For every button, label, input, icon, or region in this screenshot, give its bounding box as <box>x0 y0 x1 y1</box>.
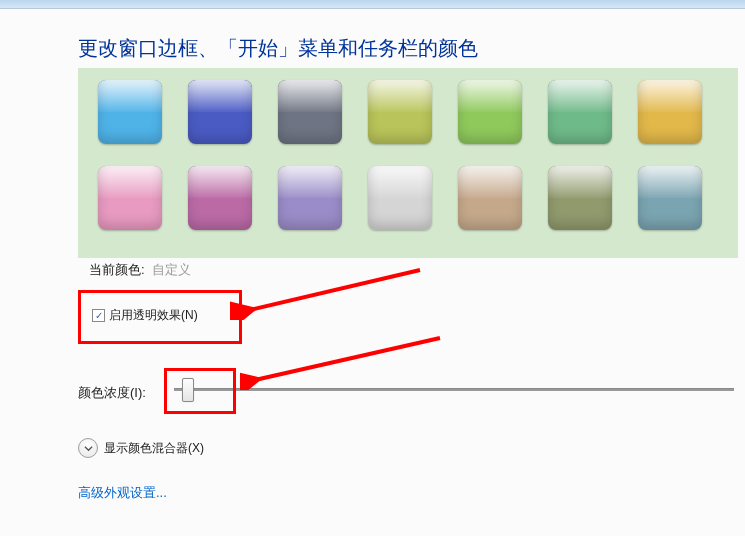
intensity-slider-track[interactable] <box>174 388 734 391</box>
palette-row-1 <box>98 80 738 144</box>
current-color-line: 当前颜色: 自定义 <box>89 261 191 279</box>
annotation-arrow-1 <box>230 260 430 320</box>
color-swatch[interactable] <box>458 80 522 144</box>
color-swatch[interactable] <box>638 166 702 230</box>
color-swatch[interactable] <box>98 80 162 144</box>
color-swatch[interactable] <box>278 80 342 144</box>
show-color-mixer-expander[interactable]: 显示颜色混合器(X) <box>78 438 204 458</box>
color-swatch[interactable] <box>188 80 252 144</box>
intensity-slider-thumb[interactable] <box>182 378 194 402</box>
color-intensity-label: 颜色浓度(I): <box>78 384 146 402</box>
color-swatch[interactable] <box>548 80 612 144</box>
annotation-box-transparency: ✓ 启用透明效果(N) <box>78 290 242 344</box>
chevron-down-icon <box>78 438 98 458</box>
advanced-appearance-link[interactable]: 高级外观设置... <box>78 484 167 502</box>
page-title: 更改窗口边框、「开始」菜单和任务栏的颜色 <box>78 35 478 62</box>
color-palette-panel <box>78 68 738 258</box>
svg-line-0 <box>250 270 420 310</box>
svg-line-1 <box>255 338 440 380</box>
window-top-strip <box>0 0 745 9</box>
annotation-box-slider <box>164 368 236 414</box>
current-color-label: 当前颜色: <box>89 262 145 277</box>
color-swatch[interactable] <box>278 166 342 230</box>
color-swatch[interactable] <box>98 166 162 230</box>
annotation-arrow-2 <box>240 330 450 390</box>
color-swatch[interactable] <box>368 80 432 144</box>
transparency-checkbox[interactable]: ✓ <box>92 309 105 322</box>
expander-label: 显示颜色混合器(X) <box>104 440 204 457</box>
palette-row-2 <box>98 166 738 230</box>
color-swatch[interactable] <box>638 80 702 144</box>
current-color-value: 自定义 <box>152 262 191 277</box>
color-swatch[interactable] <box>548 166 612 230</box>
color-swatch[interactable] <box>188 166 252 230</box>
color-swatch[interactable] <box>368 166 432 230</box>
color-swatch[interactable] <box>458 166 522 230</box>
transparency-label: 启用透明效果(N) <box>109 307 198 324</box>
